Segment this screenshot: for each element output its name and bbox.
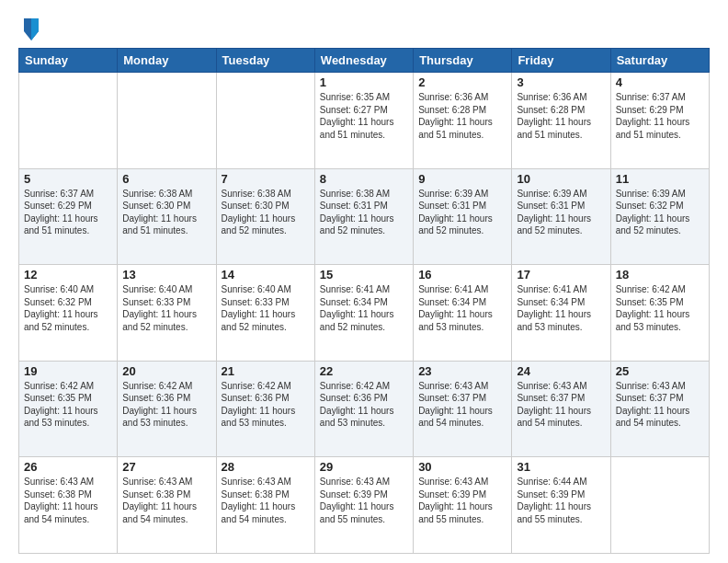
logo-text <box>18 15 42 40</box>
calendar-cell: 22Sunrise: 6:42 AM Sunset: 6:36 PM Dayli… <box>314 361 413 457</box>
cell-info: Sunrise: 6:39 AM Sunset: 6:32 PM Dayligh… <box>616 188 704 237</box>
day-number: 13 <box>122 268 210 282</box>
col-header-friday: Friday <box>512 49 610 73</box>
day-number: 7 <box>222 172 310 186</box>
day-number: 21 <box>222 364 310 378</box>
cell-info: Sunrise: 6:43 AM Sunset: 6:37 PM Dayligh… <box>616 380 704 430</box>
cell-info: Sunrise: 6:41 AM Sunset: 6:34 PM Dayligh… <box>320 283 408 333</box>
day-number: 22 <box>320 364 408 378</box>
day-number: 5 <box>24 172 112 186</box>
calendar-cell: 6Sunrise: 6:38 AM Sunset: 6:30 PM Daylig… <box>118 168 216 265</box>
svg-marker-1 <box>31 18 39 40</box>
page: SundayMondayTuesdayWednesdayThursdayFrid… <box>0 0 728 563</box>
calendar-cell: 20Sunrise: 6:42 AM Sunset: 6:36 PM Dayli… <box>118 361 216 457</box>
day-number: 14 <box>222 268 310 282</box>
col-header-sunday: Sunday <box>19 49 118 73</box>
calendar-cell <box>216 73 314 169</box>
calendar-cell: 17Sunrise: 6:41 AM Sunset: 6:34 PM Dayli… <box>512 265 610 362</box>
calendar-cell: 16Sunrise: 6:41 AM Sunset: 6:34 PM Dayli… <box>414 265 512 362</box>
cell-info: Sunrise: 6:41 AM Sunset: 6:34 PM Dayligh… <box>418 283 506 333</box>
cell-info: Sunrise: 6:42 AM Sunset: 6:36 PM Dayligh… <box>222 380 310 430</box>
calendar-cell: 11Sunrise: 6:39 AM Sunset: 6:32 PM Dayli… <box>610 168 709 265</box>
calendar-cell: 5Sunrise: 6:37 AM Sunset: 6:29 PM Daylig… <box>19 168 118 265</box>
calendar-cell: 24Sunrise: 6:43 AM Sunset: 6:37 PM Dayli… <box>512 361 610 457</box>
cell-info: Sunrise: 6:42 AM Sunset: 6:36 PM Dayligh… <box>122 380 210 430</box>
cell-info: Sunrise: 6:40 AM Sunset: 6:33 PM Dayligh… <box>122 283 210 333</box>
day-number: 25 <box>616 364 704 378</box>
day-number: 16 <box>418 268 506 282</box>
cell-info: Sunrise: 6:38 AM Sunset: 6:30 PM Dayligh… <box>122 188 210 237</box>
day-number: 8 <box>320 172 408 186</box>
calendar-cell: 25Sunrise: 6:43 AM Sunset: 6:37 PM Dayli… <box>610 361 709 457</box>
cell-info: Sunrise: 6:43 AM Sunset: 6:39 PM Dayligh… <box>320 476 408 525</box>
calendar-cell: 7Sunrise: 6:38 AM Sunset: 6:30 PM Daylig… <box>216 168 314 265</box>
calendar-week-3: 12Sunrise: 6:40 AM Sunset: 6:32 PM Dayli… <box>19 265 710 362</box>
col-header-monday: Monday <box>118 49 216 73</box>
day-number: 19 <box>24 364 112 378</box>
day-number: 15 <box>320 268 408 282</box>
cell-info: Sunrise: 6:40 AM Sunset: 6:32 PM Dayligh… <box>24 283 112 333</box>
calendar-week-1: 1Sunrise: 6:35 AM Sunset: 6:27 PM Daylig… <box>19 73 710 169</box>
day-number: 11 <box>616 172 704 186</box>
day-number: 24 <box>517 364 605 378</box>
cell-info: Sunrise: 6:42 AM Sunset: 6:35 PM Dayligh… <box>24 380 112 430</box>
calendar-cell: 2Sunrise: 6:36 AM Sunset: 6:28 PM Daylig… <box>414 73 512 169</box>
calendar-cell: 26Sunrise: 6:43 AM Sunset: 6:38 PM Dayli… <box>19 457 118 554</box>
calendar-cell: 9Sunrise: 6:39 AM Sunset: 6:31 PM Daylig… <box>414 168 512 265</box>
cell-info: Sunrise: 6:43 AM Sunset: 6:37 PM Dayligh… <box>418 380 506 430</box>
day-number: 12 <box>24 268 112 282</box>
calendar-cell: 21Sunrise: 6:42 AM Sunset: 6:36 PM Dayli… <box>216 361 314 457</box>
cell-info: Sunrise: 6:38 AM Sunset: 6:31 PM Dayligh… <box>320 188 408 237</box>
calendar-cell: 30Sunrise: 6:43 AM Sunset: 6:39 PM Dayli… <box>414 457 512 554</box>
cell-info: Sunrise: 6:35 AM Sunset: 6:27 PM Dayligh… <box>320 91 408 141</box>
col-header-tuesday: Tuesday <box>216 49 314 73</box>
calendar-cell: 1Sunrise: 6:35 AM Sunset: 6:27 PM Daylig… <box>314 73 413 169</box>
calendar-cell: 28Sunrise: 6:43 AM Sunset: 6:38 PM Dayli… <box>216 457 314 554</box>
cell-info: Sunrise: 6:37 AM Sunset: 6:29 PM Dayligh… <box>616 91 704 141</box>
day-number: 27 <box>122 460 210 474</box>
cell-info: Sunrise: 6:42 AM Sunset: 6:36 PM Dayligh… <box>320 380 408 430</box>
day-number: 17 <box>517 268 605 282</box>
calendar-cell <box>118 73 216 169</box>
calendar-cell: 29Sunrise: 6:43 AM Sunset: 6:39 PM Dayli… <box>314 457 413 554</box>
logo-icon <box>20 15 42 40</box>
day-number: 29 <box>320 460 408 474</box>
calendar-cell: 3Sunrise: 6:36 AM Sunset: 6:28 PM Daylig… <box>512 73 610 169</box>
day-number: 6 <box>122 172 210 186</box>
cell-info: Sunrise: 6:41 AM Sunset: 6:34 PM Dayligh… <box>517 283 605 333</box>
cell-info: Sunrise: 6:43 AM Sunset: 6:39 PM Dayligh… <box>418 476 506 525</box>
calendar-cell: 10Sunrise: 6:39 AM Sunset: 6:31 PM Dayli… <box>512 168 610 265</box>
calendar-cell: 18Sunrise: 6:42 AM Sunset: 6:35 PM Dayli… <box>610 265 709 362</box>
day-number: 3 <box>517 75 605 89</box>
calendar-cell: 19Sunrise: 6:42 AM Sunset: 6:35 PM Dayli… <box>19 361 118 457</box>
cell-info: Sunrise: 6:39 AM Sunset: 6:31 PM Dayligh… <box>517 188 605 237</box>
day-number: 23 <box>418 364 506 378</box>
cell-info: Sunrise: 6:40 AM Sunset: 6:33 PM Dayligh… <box>222 283 310 333</box>
calendar-header-row: SundayMondayTuesdayWednesdayThursdayFrid… <box>19 49 710 73</box>
cell-info: Sunrise: 6:44 AM Sunset: 6:39 PM Dayligh… <box>517 476 605 525</box>
calendar-cell: 4Sunrise: 6:37 AM Sunset: 6:29 PM Daylig… <box>610 73 709 169</box>
calendar-cell <box>19 73 118 169</box>
calendar-cell: 14Sunrise: 6:40 AM Sunset: 6:33 PM Dayli… <box>216 265 314 362</box>
cell-info: Sunrise: 6:37 AM Sunset: 6:29 PM Dayligh… <box>24 188 112 237</box>
calendar-week-2: 5Sunrise: 6:37 AM Sunset: 6:29 PM Daylig… <box>19 168 710 265</box>
cell-info: Sunrise: 6:43 AM Sunset: 6:37 PM Dayligh… <box>517 380 605 430</box>
col-header-saturday: Saturday <box>610 49 709 73</box>
cell-info: Sunrise: 6:43 AM Sunset: 6:38 PM Dayligh… <box>24 476 112 525</box>
col-header-thursday: Thursday <box>414 49 512 73</box>
calendar: SundayMondayTuesdayWednesdayThursdayFrid… <box>18 48 710 554</box>
day-number: 10 <box>517 172 605 186</box>
day-number: 26 <box>24 460 112 474</box>
calendar-cell: 12Sunrise: 6:40 AM Sunset: 6:32 PM Dayli… <box>19 265 118 362</box>
cell-info: Sunrise: 6:43 AM Sunset: 6:38 PM Dayligh… <box>122 476 210 525</box>
calendar-week-5: 26Sunrise: 6:43 AM Sunset: 6:38 PM Dayli… <box>19 457 710 554</box>
calendar-cell: 27Sunrise: 6:43 AM Sunset: 6:38 PM Dayli… <box>118 457 216 554</box>
calendar-cell <box>610 457 709 554</box>
cell-info: Sunrise: 6:36 AM Sunset: 6:28 PM Dayligh… <box>418 91 506 141</box>
day-number: 28 <box>222 460 310 474</box>
col-header-wednesday: Wednesday <box>314 49 413 73</box>
cell-info: Sunrise: 6:38 AM Sunset: 6:30 PM Dayligh… <box>222 188 310 237</box>
calendar-cell: 8Sunrise: 6:38 AM Sunset: 6:31 PM Daylig… <box>314 168 413 265</box>
day-number: 4 <box>616 75 704 89</box>
cell-info: Sunrise: 6:39 AM Sunset: 6:31 PM Dayligh… <box>418 188 506 237</box>
